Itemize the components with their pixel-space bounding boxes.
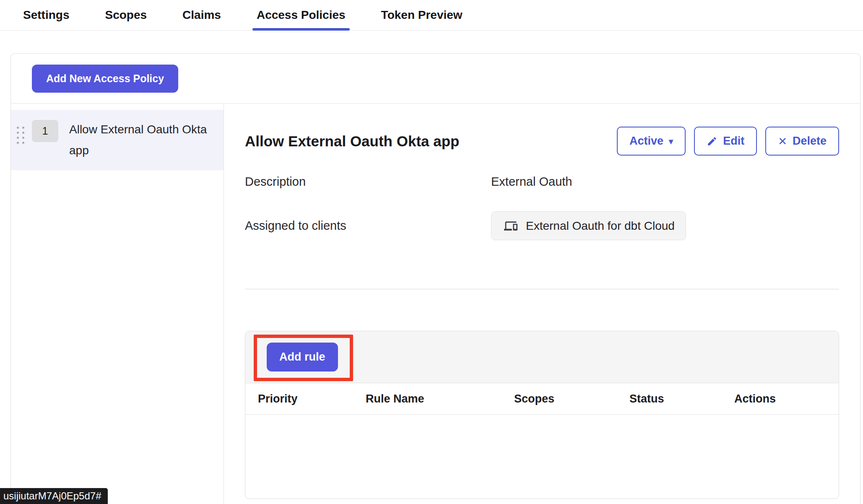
delete-button-label: Delete (793, 135, 827, 148)
policy-list-item[interactable]: 1 Allow External Oauth Okta app (11, 110, 224, 170)
access-policies-panel: Add New Access Policy 1 Allow External O… (10, 53, 860, 504)
description-label: Description (245, 175, 491, 189)
rules-table-body (245, 415, 839, 499)
policy-item-label: Allow External Oauth Okta app (69, 119, 208, 161)
drag-dots (17, 127, 19, 129)
rules-toolbar: Add rule (245, 331, 839, 383)
policy-actions: Active ▾ Edit ✕ Delete (617, 127, 839, 156)
tab-settings[interactable]: Settings (21, 0, 72, 30)
add-new-access-policy-button[interactable]: Add New Access Policy (32, 65, 178, 93)
tab-access-policies[interactable]: Access Policies (254, 0, 348, 30)
section-divider (245, 289, 839, 289)
add-rule-button[interactable]: Add rule (267, 343, 338, 372)
policy-detail-header: Allow External Oauth Okta app Active ▾ E… (245, 127, 839, 156)
column-header-priority: Priority (258, 392, 366, 405)
tab-scopes[interactable]: Scopes (102, 0, 149, 30)
status-bar-link-preview: usijiutarM7Aj0Ep5d7# (0, 488, 108, 504)
policy-detail: Allow External Oauth Okta app Active ▾ E… (224, 104, 860, 504)
description-value: External Oauth (491, 175, 839, 189)
active-status-button[interactable]: Active ▾ (617, 127, 686, 156)
policy-order-badge: 1 (32, 120, 58, 142)
drag-handle-icon[interactable] (17, 127, 28, 129)
panel-toolbar: Add New Access Policy (11, 54, 860, 104)
pencil-icon (707, 136, 717, 147)
client-chip-label: External Oauth for dbt Cloud (526, 219, 675, 233)
rules-table-header: Priority Rule Name Scopes Status Actions (245, 383, 839, 415)
close-icon: ✕ (778, 136, 787, 147)
tab-claims[interactable]: Claims (180, 0, 224, 30)
description-row: Description External Oauth (245, 175, 839, 189)
edit-button[interactable]: Edit (694, 127, 757, 156)
edit-button-label: Edit (723, 135, 744, 148)
policy-title: Allow External Oauth Okta app (245, 133, 459, 150)
tab-token-preview[interactable]: Token Preview (379, 0, 465, 30)
column-header-scopes: Scopes (514, 392, 629, 405)
assigned-clients-row: Assigned to clients External Oauth for d… (245, 211, 839, 240)
column-header-actions: Actions (734, 392, 839, 405)
column-header-rule-name: Rule Name (366, 392, 514, 405)
policy-list: 1 Allow External Oauth Okta app (11, 104, 224, 504)
chevron-down-icon: ▾ (669, 137, 673, 145)
active-status-label: Active (629, 135, 663, 148)
rules-card: Add rule Priority Rule Name Scopes Statu… (245, 331, 839, 499)
tab-bar: Settings Scopes Claims Access Policies T… (0, 0, 863, 31)
column-header-status: Status (629, 392, 734, 405)
page-root: Settings Scopes Claims Access Policies T… (0, 0, 863, 504)
assigned-to-clients-label: Assigned to clients (245, 219, 491, 233)
panel-body: 1 Allow External Oauth Okta app Allow Ex… (11, 104, 860, 504)
client-chip: External Oauth for dbt Cloud (491, 211, 686, 240)
client-device-icon (502, 219, 519, 233)
delete-button[interactable]: ✕ Delete (765, 127, 839, 156)
